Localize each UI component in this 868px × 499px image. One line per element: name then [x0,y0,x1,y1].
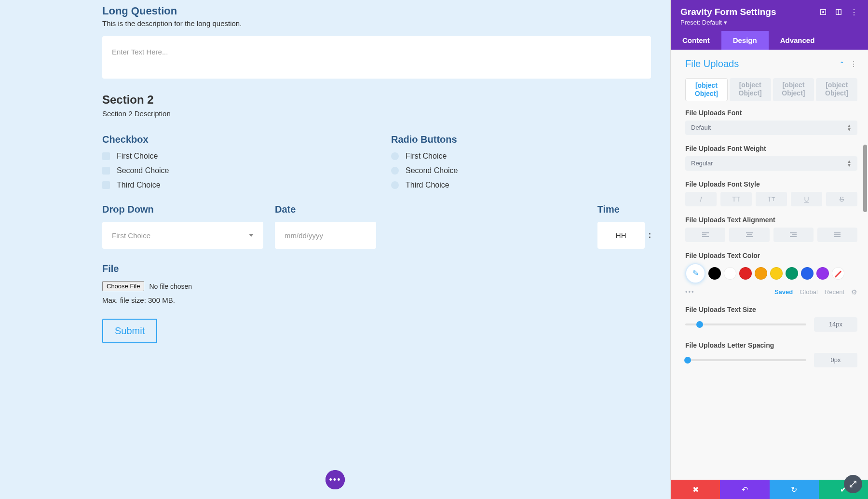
smallcaps-button[interactable]: TT [756,192,787,206]
choice-label: First Choice [406,152,447,161]
color-swatch[interactable] [708,267,721,280]
radio-icon [391,152,399,160]
choice-label: Second Choice [117,166,169,175]
subtab-1[interactable]: [object Object] [685,78,728,101]
time-separator: : [649,231,651,240]
radio-choice[interactable]: First Choice [391,152,651,161]
undo-button[interactable]: ↶ [720,480,769,499]
color-swatch[interactable] [786,267,798,280]
subtab-3[interactable]: [object Object] [773,78,814,101]
more-options-fab[interactable]: ••• [326,470,345,489]
dropdown-selected: First Choice [112,231,150,240]
tab-content[interactable]: Content [671,31,721,50]
uppercase-button[interactable]: TT [720,192,752,206]
long-question-title: Long Question [102,5,651,17]
checkbox-icon [102,167,110,175]
checkbox-choice[interactable]: Third Choice [102,181,362,189]
font-value: Default [691,124,711,131]
updown-icon: ▲▼ [847,160,852,167]
gear-icon[interactable]: ⚙ [851,288,857,296]
tab-advanced[interactable]: Advanced [769,31,827,50]
choice-label: Third Choice [117,181,161,189]
color-swatch[interactable] [739,267,752,280]
checkbox-label: Checkbox [102,134,362,145]
long-question-textarea[interactable]: Enter Text Here... [102,36,651,79]
color-swatch[interactable] [770,267,783,280]
choice-label: Second Choice [406,166,458,175]
color-picker-button[interactable]: ✎ [685,263,705,283]
updown-icon: ▲▼ [847,124,852,132]
subtab-2[interactable]: [object Object] [730,78,771,101]
letter-spacing-label: File Uploads Letter Spacing [685,341,857,349]
dropdown-select[interactable]: First Choice [102,222,263,249]
panel-title: Gravity Form Settings [680,7,812,17]
svg-point-1 [823,12,824,13]
text-size-value[interactable]: 14px [814,317,857,332]
font-weight-value: Regular [691,160,713,167]
font-label: File Uploads Font [685,109,857,117]
chevron-down-icon [249,234,254,237]
underline-button[interactable]: U [791,192,822,206]
strikethrough-button[interactable]: S [826,192,857,206]
no-file-text: No file chosen [149,283,192,290]
text-size-label: File Uploads Text Size [685,306,857,313]
preset-selector[interactable]: Preset: Default ▾ [680,19,858,26]
letter-spacing-value[interactable]: 0px [814,353,857,367]
kebab-icon[interactable]: ⋮ [850,8,858,16]
color-swatch[interactable] [724,267,736,280]
section-2-title: Section 2 [102,93,651,107]
expand-icon[interactable] [819,8,827,16]
choice-label: Third Choice [406,181,449,189]
color-swatch[interactable] [801,267,814,280]
help-fab[interactable] [844,475,862,493]
text-size-slider[interactable] [685,324,806,325]
redo-button[interactable]: ↻ [770,480,819,499]
checkbox-icon [102,152,110,160]
color-swatch[interactable] [816,267,829,280]
scrollbar-thumb[interactable] [863,145,867,212]
letter-spacing-slider[interactable] [685,359,806,361]
text-color-label: File Uploads Text Color [685,252,857,259]
checkbox-choice[interactable]: Second Choice [102,166,362,175]
section-kebab-icon[interactable]: ⋮ [850,59,857,68]
align-left-button[interactable] [685,228,725,242]
date-input[interactable]: mm/dd/yyyy [275,222,376,249]
font-weight-label: File Uploads Font Weight [685,145,857,152]
color-none-swatch[interactable] [832,267,844,280]
file-label: File [102,263,651,274]
more-colors-icon[interactable]: ••• [685,288,695,296]
radio-choice[interactable]: Second Choice [391,166,651,175]
palette-global[interactable]: Global [800,288,818,296]
columns-icon[interactable] [834,8,843,16]
italic-button[interactable]: I [685,192,717,206]
section-2-desc: Section 2 Description [102,109,651,118]
radio-choice[interactable]: Third Choice [391,181,651,189]
radio-label: Radio Buttons [391,134,651,145]
palette-recent[interactable]: Recent [825,288,844,296]
checkbox-choice[interactable]: First Choice [102,152,362,161]
choice-label: First Choice [117,152,158,161]
font-style-label: File Uploads Font Style [685,180,857,188]
time-hh-input[interactable]: HH [597,222,645,249]
long-question-desc: This is the description for the long que… [102,19,651,27]
text-align-label: File Uploads Text Alignment [685,216,857,224]
choose-file-button[interactable]: Choose File [102,281,144,291]
font-weight-select[interactable]: Regular▲▼ [685,156,857,171]
form-preview: Long Question This is the description fo… [0,0,670,499]
align-right-button[interactable] [773,228,814,242]
chevron-up-icon[interactable]: ⌃ [839,60,845,68]
palette-saved[interactable]: Saved [774,288,793,296]
align-center-button[interactable] [729,228,769,242]
radio-icon [391,167,399,175]
max-file-size: Max. file size: 300 MB. [102,296,651,304]
date-label: Date [275,204,376,215]
cancel-button[interactable]: ✖ [671,480,720,499]
checkbox-icon [102,181,110,189]
tab-design[interactable]: Design [721,31,769,50]
subtab-4[interactable]: [object Object] [816,78,857,101]
color-swatch[interactable] [755,267,767,280]
submit-button[interactable]: Submit [102,319,157,343]
font-select[interactable]: Default▲▼ [685,121,857,135]
section-file-uploads[interactable]: File Uploads [685,58,839,69]
align-justify-button[interactable] [817,228,857,242]
